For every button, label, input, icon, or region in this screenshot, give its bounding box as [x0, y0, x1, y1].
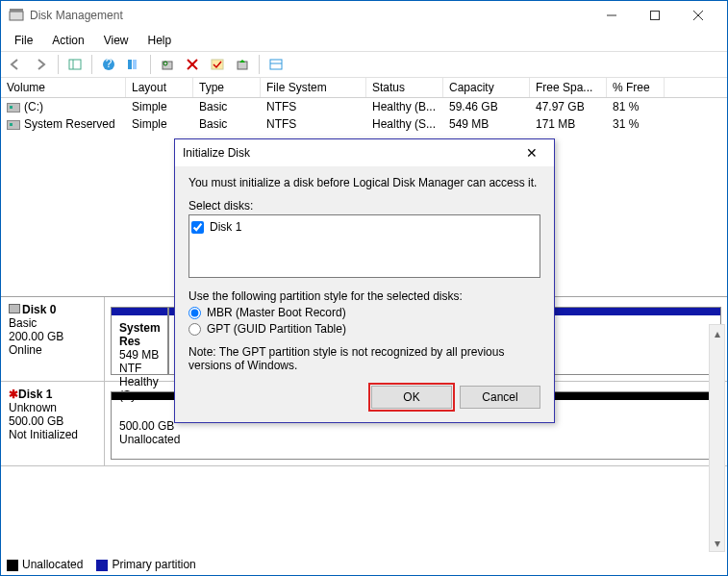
col-free-space[interactable]: Free Spa...	[530, 78, 607, 97]
col-status[interactable]: Status	[366, 78, 443, 97]
initialize-disk-dialog: Initialize Disk ✕ You must initialize a …	[174, 138, 555, 423]
partition-style-label: Use the following partition style for th…	[188, 289, 540, 303]
toolbar: ?	[1, 51, 727, 78]
check-icon[interactable]	[206, 54, 229, 75]
col-type[interactable]: Type	[193, 78, 261, 97]
gpt-note: Note: The GPT partition style is not rec…	[188, 345, 540, 372]
radio-mbr[interactable]: MBR (Master Boot Record)	[188, 306, 540, 319]
volume-row[interactable]: System Reserved SimpleBasicNTFS Healthy …	[1, 115, 727, 133]
dialog-title: Initialize Disk	[183, 146, 517, 160]
volume-row[interactable]: (C:) SimpleBasicNTFS Healthy (B...59.46 …	[1, 98, 727, 115]
mbr-radio[interactable]	[188, 307, 201, 319]
col-layout[interactable]: Layout	[126, 78, 193, 97]
maximize-button[interactable]	[633, 1, 676, 30]
show-hide-console-tree-icon[interactable]	[63, 54, 87, 75]
radio-gpt[interactable]: GPT (GUID Partition Table)	[188, 322, 540, 336]
minimize-button[interactable]	[590, 1, 633, 30]
col-capacity[interactable]: Capacity	[443, 78, 530, 97]
svg-rect-18	[270, 60, 282, 69]
settings-bars-icon[interactable]	[122, 54, 145, 75]
volume-list-header: Volume Layout Type File System Status Ca…	[1, 78, 727, 98]
menu-help[interactable]: Help	[140, 32, 180, 49]
col-percent-free[interactable]: % Free	[607, 78, 665, 97]
menubar: File Action View Help	[1, 30, 727, 51]
disk-selection-list[interactable]: Disk 1	[188, 214, 540, 278]
delete-icon[interactable]	[181, 54, 204, 75]
dialog-close-button[interactable]: ✕	[517, 145, 546, 161]
volume-list: (C:) SimpleBasicNTFS Healthy (B...59.46 …	[1, 98, 727, 133]
scroll-up-icon[interactable]: ▴	[710, 325, 724, 341]
cancel-button[interactable]: Cancel	[460, 386, 540, 409]
close-button[interactable]	[676, 1, 719, 30]
scroll-down-icon[interactable]: ▾	[710, 535, 724, 551]
app-icon	[9, 8, 24, 23]
svg-rect-3	[650, 12, 659, 20]
disk-checkbox-item[interactable]: Disk 1	[191, 220, 538, 234]
col-volume[interactable]: Volume	[1, 78, 126, 97]
dialog-message: You must initialize a disk before Logica…	[188, 176, 540, 189]
col-filesystem[interactable]: File System	[261, 78, 366, 97]
svg-rect-0	[10, 12, 23, 20]
select-disks-label: Select disks:	[188, 199, 540, 213]
forward-button[interactable]	[30, 54, 53, 75]
list-view-icon[interactable]	[264, 54, 288, 75]
vertical-scrollbar[interactable]: ▴ ▾	[709, 324, 725, 552]
legend: Unallocated Primary partition	[7, 558, 196, 571]
back-button[interactable]	[5, 54, 28, 75]
window-title: Disk Management	[30, 9, 590, 22]
partition[interactable]: System Res549 MB NTFHealthy (Sys	[111, 307, 168, 375]
disk1-checkbox[interactable]	[191, 221, 204, 234]
help-icon[interactable]: ?	[97, 54, 120, 75]
svg-text:?: ?	[106, 58, 113, 70]
refresh-icon[interactable]	[156, 54, 179, 75]
svg-rect-16	[212, 60, 223, 69]
disk1-label: Disk 1	[210, 220, 241, 234]
ok-button[interactable]: OK	[371, 386, 452, 409]
menu-action[interactable]: Action	[44, 32, 91, 49]
volume-icon	[7, 120, 20, 130]
svg-rect-17	[238, 62, 247, 69]
rescan-icon[interactable]	[231, 54, 254, 75]
menu-file[interactable]: File	[7, 32, 40, 49]
legend-unallocated: Unallocated	[7, 558, 83, 571]
titlebar: Disk Management	[1, 1, 727, 30]
dialog-titlebar[interactable]: Initialize Disk ✕	[175, 139, 554, 166]
menu-view[interactable]: View	[96, 32, 137, 49]
disk-label[interactable]: ✱Disk 1Unknown500.00 GBNot Initialized	[1, 382, 105, 465]
legend-primary-partition: Primary partition	[96, 558, 195, 571]
volume-icon	[7, 103, 20, 113]
svg-rect-6	[69, 60, 81, 69]
disk-label[interactable]: Disk 0Basic200.00 GBOnline	[1, 297, 105, 381]
gpt-radio[interactable]	[188, 323, 201, 336]
svg-rect-1	[10, 9, 23, 12]
svg-rect-11	[133, 60, 137, 69]
svg-rect-10	[128, 60, 132, 69]
